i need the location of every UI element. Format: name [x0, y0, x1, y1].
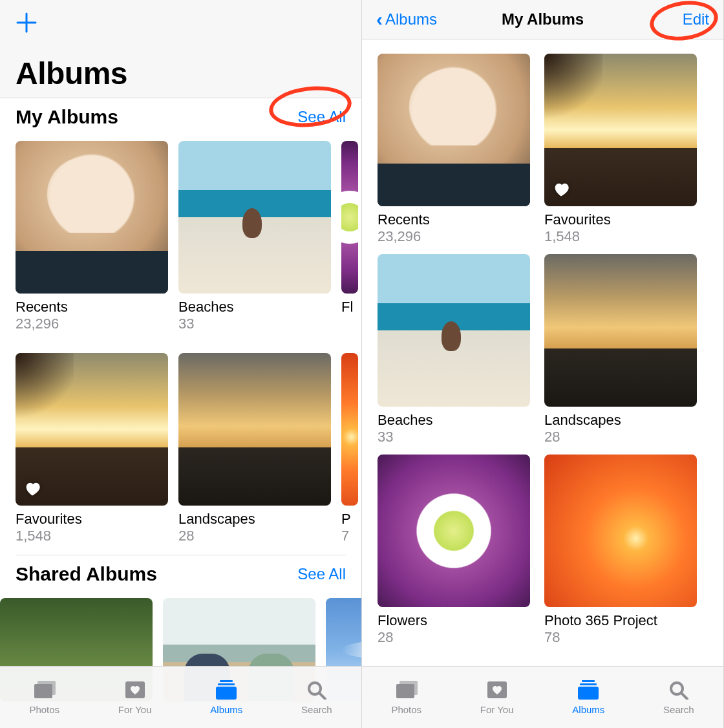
tab-photos[interactable]: Photos — [391, 680, 421, 715]
albums-icon — [577, 680, 600, 701]
nav-title: My Albums — [502, 10, 584, 28]
album-count: 28 — [544, 429, 697, 445]
tab-for you[interactable]: For You — [480, 680, 514, 715]
album-item[interactable]: P7 — [341, 353, 358, 544]
my-albums-row-1[interactable]: Recents23,296Beaches33Fl — [0, 131, 361, 343]
page-title: Albums — [16, 37, 346, 91]
album-item[interactable]: Recents23,296 — [378, 54, 530, 245]
album-name: Photo 365 Project — [544, 607, 697, 629]
tab-label: For You — [480, 704, 514, 715]
tab-label: Search — [663, 704, 694, 715]
see-all-button[interactable]: See All — [297, 565, 346, 583]
album-count: 7 — [341, 528, 358, 544]
back-button[interactable]: ‹ Albums — [376, 10, 437, 28]
album-thumbnail[interactable] — [16, 141, 168, 294]
stack-icon — [33, 680, 56, 701]
album-item[interactable]: Fl — [341, 141, 358, 332]
svg-rect-13 — [578, 687, 599, 700]
svg-rect-12 — [580, 683, 597, 685]
album-count: 78 — [544, 629, 697, 646]
album-item[interactable]: Landscapes28 — [178, 353, 331, 544]
album-name: Landscapes — [544, 407, 697, 429]
album-name: Recents — [378, 206, 530, 228]
album-count: 28 — [378, 629, 530, 646]
top-bar: Albums — [0, 0, 361, 98]
tab-label: Photos — [29, 704, 59, 715]
album-item[interactable]: Landscapes28 — [544, 254, 697, 445]
albums-grid[interactable]: Recents23,296Favourites1,548Beaches33Lan… — [362, 39, 723, 646]
album-name: Fl — [341, 294, 358, 316]
tab-label: Albums — [210, 704, 242, 715]
album-count: 33 — [378, 429, 530, 445]
tab-search[interactable]: Search — [663, 680, 694, 715]
tab-photos[interactable]: Photos — [29, 680, 59, 715]
album-item[interactable]: Favourites1,548 — [544, 54, 697, 245]
album-thumbnail[interactable] — [178, 353, 331, 506]
album-thumbnail[interactable] — [544, 254, 697, 407]
edit-button[interactable]: Edit — [683, 10, 709, 28]
album-thumbnail[interactable] — [378, 54, 530, 206]
tab-albums[interactable]: Albums — [210, 680, 242, 715]
album-name: Beaches — [378, 407, 530, 429]
heart-icon — [23, 480, 41, 498]
album-thumbnail[interactable] — [544, 455, 697, 607]
chevron-left-icon: ‹ — [376, 12, 383, 27]
album-item[interactable]: Photo 365 Project78 — [544, 455, 697, 646]
album-item[interactable]: Beaches33 — [178, 141, 331, 332]
plus-icon — [16, 12, 37, 34]
album-count: 1,548 — [544, 228, 697, 245]
album-item[interactable]: Favourites1,548 — [16, 353, 168, 544]
tab-label: Search — [301, 704, 332, 715]
search-icon — [667, 680, 690, 701]
album-item[interactable]: Flowers28 — [378, 455, 530, 646]
album-thumbnail[interactable] — [341, 141, 358, 294]
svg-rect-3 — [220, 680, 233, 682]
tab-bar: PhotosFor YouAlbumsSearch — [362, 666, 723, 728]
svg-rect-11 — [582, 680, 595, 682]
album-count: 1,548 — [16, 528, 168, 544]
albums-icon — [215, 680, 238, 701]
back-label: Albums — [385, 10, 437, 28]
tab-label: Photos — [391, 704, 421, 715]
svg-rect-5 — [216, 687, 237, 700]
album-name: P — [341, 506, 358, 528]
tab-label: For You — [118, 704, 152, 715]
nav-bar: ‹ Albums My Albums Edit — [362, 0, 723, 39]
album-name: Recents — [16, 294, 168, 316]
screen-albums-home: Albums My Albums See All Recents23,296Be… — [0, 0, 362, 728]
album-name: Landscapes — [178, 506, 331, 528]
album-name: Flowers — [378, 607, 530, 629]
album-thumbnail[interactable] — [378, 254, 530, 407]
album-item[interactable]: Recents23,296 — [16, 141, 168, 332]
album-thumbnail[interactable] — [178, 141, 331, 294]
svg-rect-1 — [37, 681, 56, 695]
svg-rect-9 — [399, 681, 418, 695]
album-item[interactable]: Beaches33 — [378, 254, 530, 445]
heart-card-icon — [485, 680, 509, 701]
album-thumbnail[interactable] — [544, 54, 697, 206]
stack-icon — [395, 680, 418, 701]
album-thumbnail[interactable] — [16, 353, 168, 506]
heart-card-icon — [123, 680, 147, 701]
svg-line-15 — [681, 693, 687, 699]
svg-line-7 — [319, 693, 325, 699]
svg-rect-4 — [218, 683, 235, 685]
album-count: 23,296 — [16, 316, 168, 332]
search-icon — [305, 680, 328, 701]
album-count: 33 — [178, 316, 331, 332]
album-name: Beaches — [178, 294, 331, 316]
album-thumbnail[interactable] — [378, 455, 530, 607]
tab-for you[interactable]: For You — [118, 680, 152, 715]
tab-search[interactable]: Search — [301, 680, 332, 715]
my-albums-header: My Albums See All — [0, 98, 361, 131]
heart-icon — [552, 180, 570, 198]
screen-my-albums-list: ‹ Albums My Albums Edit Recents23,296Fav… — [362, 0, 724, 728]
see-all-button[interactable]: See All — [297, 108, 346, 126]
album-name: Favourites — [544, 206, 697, 228]
tab-label: Albums — [572, 704, 604, 715]
album-name: Favourites — [16, 506, 168, 528]
tab-albums[interactable]: Albums — [572, 680, 604, 715]
my-albums-row-2[interactable]: Favourites1,548Landscapes28P7 — [0, 343, 361, 555]
add-album-button[interactable] — [16, 12, 346, 37]
album-thumbnail[interactable] — [341, 353, 358, 506]
